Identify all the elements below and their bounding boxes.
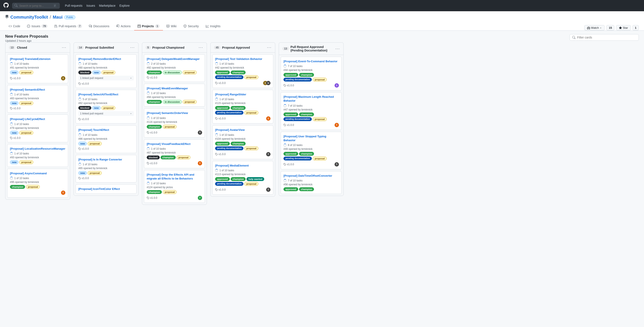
tasks-count: 1 of 10 tasks <box>220 62 234 65</box>
label-proposal: proposal <box>19 70 33 74</box>
col-title-text: Pull Request Approved (Pending Documenta… <box>290 45 336 52</box>
label-pending-documentation: pending documentation <box>215 146 244 150</box>
card-title[interactable]: [Proposal] Event-To-Command Behavior <box>284 60 338 63</box>
nav-explore[interactable]: Explore <box>120 4 130 7</box>
card: [Proposal] RangeSlider 1 of 10 tasks #11… <box>212 90 273 123</box>
card-meta: #65 opened by brminnick <box>78 167 134 170</box>
label-new: new <box>10 101 18 105</box>
watch-button[interactable]: Watch <box>584 25 604 30</box>
card-meta: #49 opened by brminnick <box>284 147 339 151</box>
col-count: 13 <box>282 47 289 50</box>
card-title[interactable]: [Proposal] AsyncCommand <box>10 172 47 175</box>
version-text: v1.0.0 <box>150 131 157 134</box>
label-blocked: blocked <box>147 155 160 159</box>
card-title[interactable]: [Proposal] RangeSlider <box>215 93 246 96</box>
filter-bar[interactable] <box>570 34 639 41</box>
repo-title: CommunityToolkit / Maui Public <box>5 15 639 20</box>
card-footer: v1.0.0 <box>147 76 202 79</box>
tab-code[interactable]: Code <box>5 22 24 30</box>
star-button[interactable]: Star <box>616 25 631 30</box>
col-menu-button[interactable]: ··· <box>336 46 340 51</box>
tab-wiki[interactable]: Wiki <box>163 22 180 30</box>
label-champion: champion <box>147 100 162 104</box>
filter-input[interactable] <box>577 36 631 39</box>
repo-name-link[interactable]: Maui <box>53 15 63 20</box>
version-text: v1.0.0 <box>150 196 157 199</box>
card-version: v1.0.0 <box>10 136 20 139</box>
card-tasks: 1 of 10 tasks <box>215 62 270 65</box>
nav-pull-requests[interactable]: Pull requests <box>65 4 82 7</box>
card-tasks: 1 of 10 tasks <box>10 62 65 65</box>
card-title[interactable]: [Proposal] DateTimeOffsetConverter <box>284 174 332 177</box>
card-title[interactable]: [Proposal] Text Validation Behavior <box>215 57 262 60</box>
tab-discussions[interactable]: Discussions <box>86 22 113 30</box>
card-title[interactable]: [Proposal] TouchEffect <box>78 128 109 131</box>
card-avatar: B <box>334 162 339 167</box>
tab-projects[interactable]: Projects 1 <box>134 22 163 30</box>
tasks-progress-icon <box>147 62 150 65</box>
card-avatar: B <box>198 130 202 135</box>
tab-insights[interactable]: Insights <box>202 22 224 30</box>
tasks-progress-icon <box>147 117 150 120</box>
column-proposal-championed: 5 Proposal Championed ··· [Proposal] Del… <box>142 42 207 205</box>
card-avatar: B <box>198 161 202 165</box>
card-title[interactable]: [Proposal] LifeCycleEffect <box>10 117 45 121</box>
col-menu-button[interactable]: ··· <box>199 45 203 50</box>
cards-container: [Proposal] Text Validation Behavior 1 of… <box>210 52 275 196</box>
tasks-progress-icon <box>284 104 286 107</box>
card-title[interactable]: [Proposal] SemanticOrderView <box>147 111 188 115</box>
cards-container: [Proposal] RemoveBorderEffect 1 of 10 ta… <box>74 52 138 196</box>
tasks-count: 1 of 10 tasks <box>151 117 166 120</box>
card-title[interactable]: [Proposal] DelegateWeakEventManager <box>147 57 200 60</box>
card: [Proposal] WeakEventManager 1 of 10 task… <box>144 84 205 107</box>
label-champion: champion <box>231 106 246 110</box>
card-meta: #44 opened by brminnick <box>284 68 339 72</box>
linked-pr[interactable]: 1 linked pull request <box>78 76 134 80</box>
col-menu-button[interactable]: ··· <box>130 45 135 50</box>
col-menu-button[interactable]: ··· <box>267 45 272 50</box>
card-title[interactable]: [Proposal] RemoveBorderEffect <box>78 57 121 60</box>
repo-owner-link[interactable]: CommunityToolkit <box>10 15 48 20</box>
label-champion: champion <box>147 70 162 74</box>
card-avatars: B M <box>263 81 270 85</box>
tab-prs[interactable]: Pull requests 7 <box>51 22 86 30</box>
card-version: v1.0.0 <box>284 84 294 87</box>
label-approved: approved <box>284 112 298 116</box>
card-avatar: B <box>61 76 65 80</box>
github-logo[interactable] <box>4 2 9 9</box>
card-title[interactable]: [Proposal] AvatarView <box>215 128 245 131</box>
card-title[interactable]: [Proposal] Is In Range Converter <box>78 158 122 161</box>
col-menu-button[interactable]: ··· <box>62 45 66 50</box>
card-title[interactable]: [Proposal] MediaElement <box>215 164 249 167</box>
nav-marketplace[interactable]: Marketplace <box>99 4 115 7</box>
card-title[interactable]: [Proposal] User Stopped Typing Behavior <box>284 135 326 142</box>
card-title[interactable]: [Proposal] Drop the Effects API and migr… <box>147 173 194 180</box>
tasks-count: 5 of 10 tasks <box>83 98 98 101</box>
tasks-progress-icon <box>78 133 81 136</box>
card: [Proposal] TranslateExtension 1 of 10 ta… <box>7 54 68 83</box>
card-title[interactable]: [Proposal] SemanticEffect <box>10 88 45 91</box>
search-input[interactable] <box>19 4 52 7</box>
linked-pr[interactable]: 1 linked pull request <box>78 111 134 116</box>
card-title[interactable]: [Proposal] IconTintColor Effect <box>78 187 120 191</box>
tab-actions[interactable]: Actions <box>113 22 134 30</box>
card-title[interactable]: [Proposal] WeakEventManager <box>147 87 188 90</box>
card-labels: newproposal <box>78 171 134 175</box>
card-meta: #91 opened by brminnick <box>10 66 65 69</box>
tab-security[interactable]: Security <box>180 22 202 30</box>
search-bar[interactable]: / <box>12 3 60 9</box>
card-title[interactable]: [Proposal] LocalizationResourceManager <box>10 147 65 150</box>
card-title[interactable]: [Proposal] VisualFeedbackEffect <box>147 142 190 146</box>
label-champion: champion <box>160 155 176 159</box>
label-pending-documentation: pending documentation <box>215 111 244 115</box>
tab-issues[interactable]: Issues 79 <box>24 22 51 30</box>
repo-actions: Watch 15 Star 1 <box>584 25 639 30</box>
card-version: v1.0.0 <box>10 107 20 110</box>
nav-issues[interactable]: Issues <box>86 4 95 7</box>
card-title[interactable]: [Proposal] SelectAllTextEffect <box>78 93 118 96</box>
card-title[interactable]: [Proposal] Maximum Length Reached Behavi… <box>284 95 334 102</box>
card-labels: approvedchampionpending documentationpro… <box>284 112 339 121</box>
version-text: v1.0.0 <box>150 162 157 165</box>
card-title[interactable]: [Proposal] TranslateExtension <box>10 57 50 60</box>
card-avatar: B <box>266 188 270 192</box>
